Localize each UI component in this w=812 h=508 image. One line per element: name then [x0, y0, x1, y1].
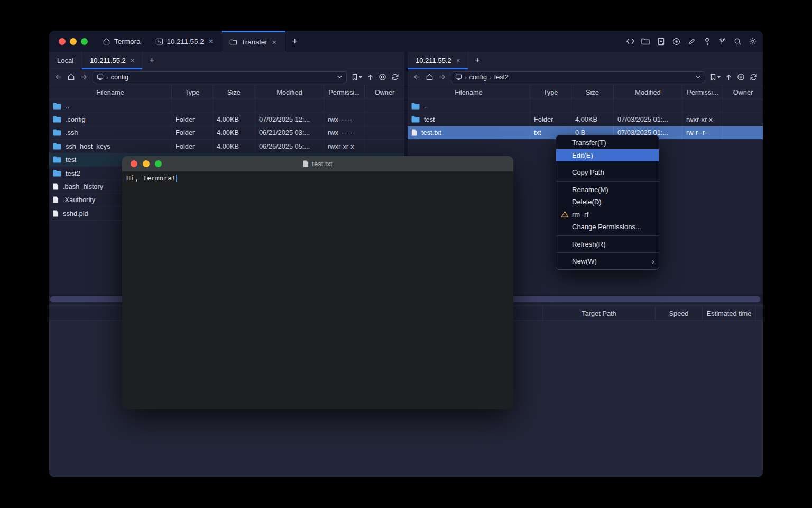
column-header-type[interactable]: Type — [172, 85, 213, 99]
home-icon[interactable] — [67, 73, 75, 81]
menu-item-copy-path[interactable]: Copy Path — [556, 166, 659, 179]
titlebar: Termora 10.211.55.2 × Transfer × + — [49, 31, 763, 52]
refresh-icon[interactable] — [391, 73, 399, 81]
menu-item-rm-rf[interactable]: rm -rf — [556, 208, 659, 221]
column-header-permissions[interactable]: Permissi... — [682, 85, 723, 99]
menu-item-refresh[interactable]: Refresh(R) — [556, 238, 659, 251]
editor-content[interactable]: Hi, Termora! — [122, 171, 513, 409]
back-icon[interactable] — [54, 74, 62, 80]
file-modified — [614, 99, 682, 112]
column-header-modified[interactable]: Modified — [614, 85, 682, 99]
table-row[interactable]: .config Folder 4.00KB 07/02/2025 12:... … — [49, 113, 404, 126]
column-header-type[interactable]: Type — [530, 85, 571, 99]
new-panel-tab-button[interactable]: + — [143, 52, 161, 69]
file-owner — [723, 113, 763, 125]
new-panel-tab-button[interactable]: + — [468, 52, 486, 69]
table-row[interactable]: test Folder 4.00KB 07/03/2025 01:... rwx… — [408, 113, 763, 126]
menu-item-label: Edit(E) — [572, 151, 593, 159]
tab-transfer[interactable]: Transfer × — [222, 31, 285, 52]
filename: ssh_host_keys — [66, 142, 110, 150]
path-breadcrumb-right[interactable]: › config › test2 — [451, 71, 705, 83]
menu-item-edit[interactable]: Edit(E) — [556, 149, 659, 162]
tab-local[interactable]: Local — [49, 52, 82, 69]
tab-remote-session[interactable]: 10.211.55.2 × — [408, 52, 468, 69]
menu-item-new[interactable]: New(W) › — [556, 255, 659, 268]
file-modified: 07/02/2025 12:... — [255, 113, 324, 125]
tab-ssh-session[interactable]: 10.211.55.2 × — [148, 31, 222, 52]
folder-icon[interactable] — [641, 37, 650, 46]
column-header-filename[interactable]: Filename — [408, 85, 530, 99]
column-header-permissions[interactable]: Permissi... — [324, 85, 365, 99]
menu-item-delete[interactable]: Delete(D) — [556, 196, 659, 208]
edit-icon[interactable] — [687, 37, 696, 46]
back-icon[interactable] — [413, 74, 421, 80]
parent-directory-icon[interactable] — [725, 74, 732, 81]
column-header-target-path[interactable]: Target Path — [543, 306, 656, 320]
breadcrumb-segment[interactable]: config — [111, 74, 128, 81]
breadcrumb-segment[interactable]: test2 — [494, 74, 509, 81]
editor-titlebar[interactable]: test.txt — [122, 156, 513, 171]
transfer-header-tail — [756, 306, 763, 320]
left-table-header: Filename Type Size Modified Permissi... … — [49, 85, 404, 99]
tab-home[interactable]: Termora — [95, 31, 148, 52]
column-header-size[interactable]: Size — [571, 85, 614, 99]
column-header-size[interactable]: Size — [213, 85, 255, 99]
close-tab-icon[interactable]: × — [208, 37, 214, 46]
bookmark-control[interactable] — [352, 74, 362, 81]
key-icon[interactable] — [702, 37, 712, 46]
text-cursor — [176, 175, 177, 182]
filename: test2 — [66, 169, 80, 177]
chevron-down-icon[interactable] — [695, 75, 701, 79]
menu-separator — [556, 235, 659, 236]
tab-remote-session[interactable]: 10.211.55.2 × — [82, 52, 143, 69]
search-icon[interactable] — [733, 37, 742, 46]
file-icon — [53, 196, 59, 203]
table-row[interactable]: ssh_host_keys Folder 4.00KB 06/26/2025 0… — [49, 140, 404, 153]
column-header-owner[interactable]: Owner — [365, 85, 404, 99]
log-icon[interactable] — [656, 37, 666, 46]
bookmark-control[interactable] — [710, 74, 721, 81]
table-row[interactable]: .ssh Folder 4.00KB 06/21/2025 03:... rwx… — [49, 126, 404, 140]
forward-icon[interactable] — [438, 74, 446, 80]
file-type — [172, 99, 213, 112]
menu-item-transfer[interactable]: Transfer(T) — [556, 137, 659, 149]
minimize-window-button[interactable] — [70, 38, 77, 45]
breadcrumb-segment[interactable]: config — [469, 74, 487, 81]
column-header-speed[interactable]: Speed — [656, 306, 703, 320]
home-icon — [103, 38, 110, 46]
warning-icon — [561, 211, 569, 218]
home-icon[interactable] — [426, 73, 433, 81]
show-hidden-files-icon[interactable] — [379, 73, 386, 81]
parent-directory-icon[interactable] — [367, 74, 374, 81]
close-window-button[interactable] — [131, 160, 137, 167]
close-tab-icon[interactable]: × — [131, 57, 135, 65]
record-icon[interactable] — [671, 37, 681, 46]
file-size: 4.00KB — [213, 126, 255, 139]
menu-item-change-permissions[interactable]: Change Permissions... — [556, 221, 659, 233]
new-tab-button[interactable]: + — [285, 31, 304, 52]
tab-label: 10.211.55.2 — [90, 57, 126, 65]
table-row[interactable]: .. — [49, 99, 404, 113]
editor-title: test.txt — [312, 160, 332, 168]
table-row[interactable]: .. — [408, 99, 763, 113]
column-header-estimated-time[interactable]: Estimated time — [703, 306, 756, 320]
code-icon[interactable] — [625, 37, 635, 46]
path-breadcrumb-left[interactable]: › config — [93, 71, 347, 83]
show-hidden-files-icon[interactable] — [737, 73, 745, 81]
menu-item-rename[interactable]: Rename(M) — [556, 184, 659, 196]
column-header-owner[interactable]: Owner — [723, 85, 763, 99]
refresh-icon[interactable] — [750, 73, 758, 81]
keychain-icon[interactable] — [717, 37, 727, 46]
minimize-window-button[interactable] — [143, 160, 150, 167]
close-tab-icon[interactable]: × — [271, 38, 278, 47]
zoom-window-button[interactable] — [81, 38, 88, 45]
chevron-down-icon[interactable] — [337, 75, 343, 79]
settings-icon[interactable] — [748, 37, 758, 46]
file-permissions: rw-r--r-- — [682, 126, 723, 139]
close-tab-icon[interactable]: × — [456, 57, 460, 65]
close-window-button[interactable] — [59, 38, 66, 45]
zoom-window-button[interactable] — [155, 160, 162, 167]
forward-icon[interactable] — [80, 74, 88, 80]
column-header-filename[interactable]: Filename — [49, 85, 172, 99]
column-header-modified[interactable]: Modified — [255, 85, 324, 99]
